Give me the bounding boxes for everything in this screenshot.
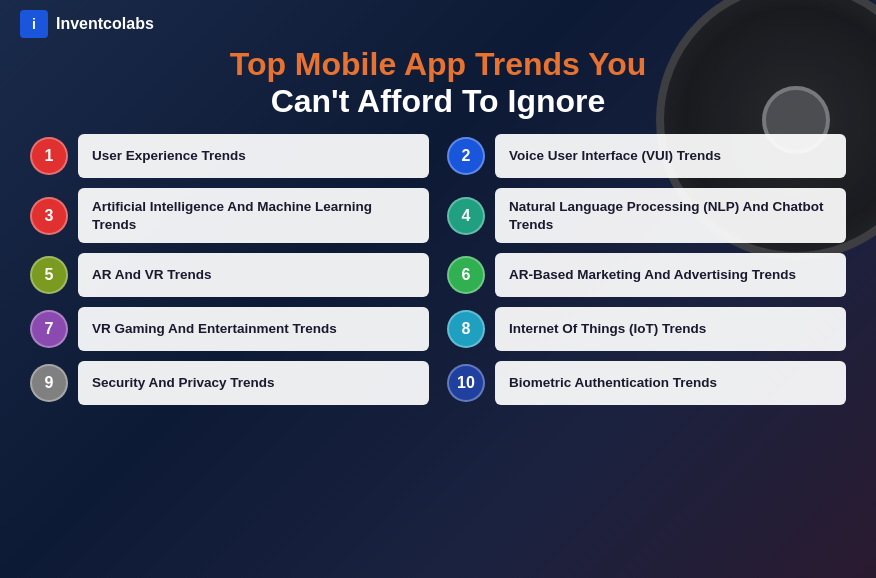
trend-badge-9: 9 xyxy=(30,364,68,402)
trend-badge-7: 7 xyxy=(30,310,68,348)
main-container: i Inventcolabs Top Mobile App Trends You… xyxy=(0,0,876,578)
trend-label-box-5: AR And VR Trends xyxy=(78,253,429,297)
trend-item-6: 6AR-Based Marketing And Advertising Tren… xyxy=(447,253,846,297)
trend-label-box-6: AR-Based Marketing And Advertising Trend… xyxy=(495,253,846,297)
trend-label-9: Security And Privacy Trends xyxy=(92,374,275,392)
trend-badge-5: 5 xyxy=(30,256,68,294)
trend-item-8: 8Internet Of Things (IoT) Trends xyxy=(447,307,846,351)
trend-label-7: VR Gaming And Entertainment Trends xyxy=(92,320,337,338)
trend-label-4: Natural Language Processing (NLP) And Ch… xyxy=(509,198,832,233)
title-line1: Top Mobile App Trends You xyxy=(20,46,856,83)
trend-label-box-2: Voice User Interface (VUI) Trends xyxy=(495,134,846,178)
trend-badge-2: 2 xyxy=(447,137,485,175)
trend-item-4: 4Natural Language Processing (NLP) And C… xyxy=(447,188,846,243)
trend-label-2: Voice User Interface (VUI) Trends xyxy=(509,147,721,165)
title-line2: Can't Afford To Ignore xyxy=(20,83,856,120)
header: i Inventcolabs xyxy=(20,10,856,38)
trend-label-10: Biometric Authentication Trends xyxy=(509,374,717,392)
trend-item-3: 3Artificial Intelligence And Machine Lea… xyxy=(30,188,429,243)
logo-box: i xyxy=(20,10,48,38)
trend-label-8: Internet Of Things (IoT) Trends xyxy=(509,320,706,338)
trend-badge-3: 3 xyxy=(30,197,68,235)
trend-label-box-7: VR Gaming And Entertainment Trends xyxy=(78,307,429,351)
trend-item-7: 7VR Gaming And Entertainment Trends xyxy=(30,307,429,351)
brand-name: Inventcolabs xyxy=(56,15,154,33)
trend-label-6: AR-Based Marketing And Advertising Trend… xyxy=(509,266,796,284)
trend-label-box-4: Natural Language Processing (NLP) And Ch… xyxy=(495,188,846,243)
trends-grid: 1User Experience Trends2Voice User Inter… xyxy=(20,134,856,405)
trend-label-box-10: Biometric Authentication Trends xyxy=(495,361,846,405)
trend-label-box-9: Security And Privacy Trends xyxy=(78,361,429,405)
trend-label-box-8: Internet Of Things (IoT) Trends xyxy=(495,307,846,351)
trend-badge-10: 10 xyxy=(447,364,485,402)
title-section: Top Mobile App Trends You Can't Afford T… xyxy=(20,46,856,120)
trend-item-5: 5AR And VR Trends xyxy=(30,253,429,297)
logo-letter: i xyxy=(32,16,36,32)
trend-item-9: 9Security And Privacy Trends xyxy=(30,361,429,405)
trend-item-1: 1User Experience Trends xyxy=(30,134,429,178)
trend-label-1: User Experience Trends xyxy=(92,147,246,165)
trend-label-box-3: Artificial Intelligence And Machine Lear… xyxy=(78,188,429,243)
trend-badge-6: 6 xyxy=(447,256,485,294)
trend-badge-4: 4 xyxy=(447,197,485,235)
trend-badge-8: 8 xyxy=(447,310,485,348)
trend-badge-1: 1 xyxy=(30,137,68,175)
trend-item-2: 2Voice User Interface (VUI) Trends xyxy=(447,134,846,178)
trend-item-10: 10Biometric Authentication Trends xyxy=(447,361,846,405)
trend-label-3: Artificial Intelligence And Machine Lear… xyxy=(92,198,415,233)
trend-label-5: AR And VR Trends xyxy=(92,266,212,284)
trend-label-box-1: User Experience Trends xyxy=(78,134,429,178)
